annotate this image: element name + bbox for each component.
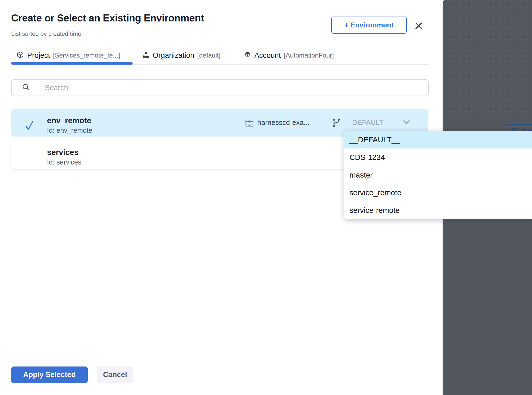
environment-name: services <box>47 148 79 157</box>
add-environment-button[interactable]: + Environment <box>331 17 407 34</box>
environment-name: env_remote <box>47 116 91 125</box>
environment-id: Id: env_remote <box>47 127 92 134</box>
footer-divider <box>11 360 429 360</box>
tab-organization[interactable]: Organization [default] <box>142 50 221 61</box>
repository-name: harnesscd-exa... <box>257 118 309 127</box>
branch-dropdown-menu: __DEFAULT__ CDS-1234 master service_remo… <box>344 131 532 219</box>
branch-option-master[interactable]: master <box>344 166 532 184</box>
canvas-dot-grid <box>443 0 532 120</box>
git-branch-icon <box>331 118 341 129</box>
repository-icon <box>245 118 254 129</box>
search-input[interactable] <box>44 83 399 92</box>
search-box <box>11 79 429 96</box>
apply-selected-button[interactable]: Apply Selected <box>11 366 88 383</box>
tab-account[interactable]: Account [AutomationFour] <box>244 50 334 61</box>
tab-organization-label: Organization <box>153 51 194 60</box>
close-button[interactable] <box>412 20 425 32</box>
tab-project[interactable]: Project [Services_remote_te...] <box>17 50 120 61</box>
environment-id: Id: services <box>47 158 81 166</box>
branch-option-service-dash-remote[interactable]: service-remote <box>344 201 532 219</box>
page: Save Create or Select an Existing Enviro… <box>0 0 532 395</box>
chevron-down-icon[interactable] <box>403 119 410 126</box>
branch-option-service-underscore-remote[interactable]: service_remote <box>344 184 532 201</box>
tab-project-label: Project <box>27 51 50 60</box>
close-icon <box>414 21 423 31</box>
branch-option-default[interactable]: __DEFAULT__ <box>344 131 532 148</box>
tab-account-scope: [AutomationFour] <box>284 52 334 59</box>
branch-option-cds-1234[interactable]: CDS-1234 <box>344 148 532 166</box>
tab-project-scope: [Services_remote_te...] <box>53 52 120 59</box>
modal-title: Create or Select an Existing Environment <box>11 12 204 24</box>
layers-icon <box>244 51 251 60</box>
search-icon <box>12 83 30 93</box>
vertical-divider <box>322 117 322 129</box>
tab-organization-scope: [default] <box>197 52 220 59</box>
check-icon <box>25 120 34 132</box>
modal-subtitle: List sorted by created time <box>11 30 81 37</box>
org-chart-icon <box>142 51 150 60</box>
cancel-button[interactable]: Cancel <box>97 366 133 383</box>
active-tab-underline <box>11 62 133 65</box>
cube-icon <box>17 51 24 60</box>
branch-selector[interactable]: __DEFAULT__ <box>344 118 391 127</box>
tab-account-label: Account <box>254 51 281 60</box>
